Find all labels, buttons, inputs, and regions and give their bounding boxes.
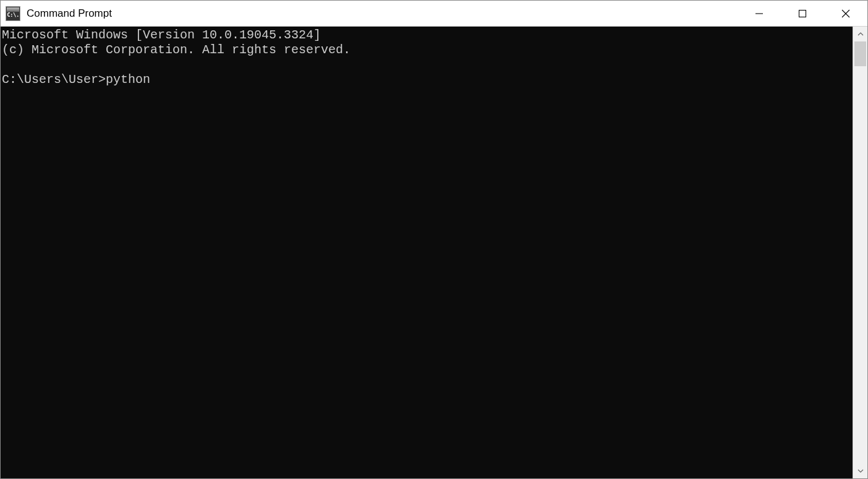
app-icon-text: C:\.: [7, 12, 19, 18]
svg-rect-1: [799, 10, 806, 17]
chevron-up-icon: [857, 32, 864, 36]
scroll-track[interactable]: [853, 41, 867, 464]
command-prompt-icon: C:\.: [6, 6, 20, 21]
close-icon: [841, 9, 851, 19]
scroll-thumb[interactable]: [854, 41, 866, 66]
version-line: Microsoft Windows [Version 10.0.19045.33…: [2, 28, 321, 42]
chevron-down-icon: [857, 469, 864, 473]
maximize-button[interactable]: [781, 1, 824, 26]
window-controls: [738, 1, 867, 26]
window-titlebar: C:\. Command Prompt: [1, 1, 867, 27]
minimize-icon: [755, 9, 764, 18]
prompt-path: C:\Users\User>: [2, 72, 106, 87]
terminal-output[interactable]: Microsoft Windows [Version 10.0.19045.33…: [1, 27, 853, 478]
minimize-button[interactable]: [738, 1, 781, 26]
vertical-scrollbar[interactable]: [853, 27, 867, 478]
maximize-icon: [798, 9, 807, 18]
window-title: Command Prompt: [27, 7, 112, 20]
copyright-line: (c) Microsoft Corporation. All rights re…: [2, 43, 351, 57]
typed-command[interactable]: python: [106, 72, 150, 87]
titlebar-left: C:\. Command Prompt: [1, 6, 112, 21]
terminal-area: Microsoft Windows [Version 10.0.19045.33…: [1, 27, 867, 478]
close-button[interactable]: [824, 1, 867, 26]
scroll-down-arrow[interactable]: [853, 464, 867, 478]
scroll-up-arrow[interactable]: [853, 27, 867, 41]
